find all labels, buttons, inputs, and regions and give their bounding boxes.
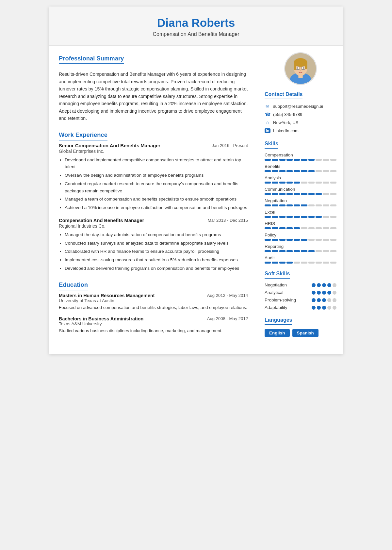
skill-bar-segment	[330, 239, 336, 241]
skill-bar-segment	[279, 159, 286, 161]
contact-text: (555) 345-6789	[273, 112, 302, 117]
skill-bar-segment	[308, 262, 315, 264]
skill-bar-segment	[265, 204, 271, 206]
edu-entry: Bachelors in Business Administration Aug…	[59, 316, 248, 334]
skill-bar	[265, 227, 336, 229]
header: Diana Roberts Compensation And Benefits …	[49, 7, 343, 46]
soft-skill-dot	[317, 306, 321, 310]
skill-bar	[265, 182, 336, 184]
skill-name: Analysis	[265, 175, 336, 180]
skill-bar-segment	[330, 216, 336, 218]
soft-skill-dots	[312, 298, 336, 302]
candidate-title: Compensation And Benefits Manager	[56, 31, 336, 37]
skill-bar-segment	[330, 193, 336, 195]
skill-bar-segment	[265, 182, 271, 184]
skill-bar-segment	[330, 227, 336, 229]
skill-bar-segment	[301, 227, 307, 229]
job-header: Compensation And Benefits Manager Mar 20…	[59, 218, 248, 223]
skill-bar-segment	[323, 159, 329, 161]
skill-bar-segment	[308, 182, 315, 184]
job-bullets: Managed the day-to-day administration of…	[59, 231, 248, 272]
contact-item: in LinkedIn.com	[265, 128, 336, 134]
skill-bar-segment	[323, 193, 329, 195]
job-bullet: Collaborated with HR and finance teams t…	[65, 248, 248, 255]
summary-title: Professional Summary	[59, 55, 124, 64]
skill-bar-segment	[294, 227, 300, 229]
skill-bar-segment	[330, 204, 336, 206]
avatar-container	[265, 52, 336, 85]
svg-point-10	[303, 67, 304, 69]
education-section: Education Masters in Human Resources Man…	[59, 281, 248, 334]
svg-point-9	[297, 67, 299, 69]
skill-item: Analysis	[265, 175, 336, 184]
body: Professional Summary Results-driven Comp…	[49, 46, 343, 354]
soft-skill-item: Adaptability	[265, 305, 336, 310]
skill-name: Reporting	[265, 244, 336, 249]
skill-bar-segment	[308, 250, 315, 252]
skill-bar-segment	[265, 262, 271, 264]
skill-bar-segment	[265, 159, 271, 161]
skill-item: Negotiation	[265, 198, 336, 206]
skill-bar-segment	[316, 239, 322, 241]
skill-bar-segment	[301, 193, 307, 195]
skill-bar-segment	[294, 216, 300, 218]
edu-degree: Masters in Human Resources Management	[59, 293, 155, 298]
skill-bar-segment	[316, 182, 322, 184]
job-bullet: Developed and delivered training program…	[65, 265, 248, 272]
skill-bar-segment	[286, 262, 293, 264]
contact-text: support@resumedesign.ai	[273, 104, 323, 109]
edu-school: Texas A&M University	[59, 321, 248, 326]
skill-bar-segment	[316, 250, 322, 252]
skill-bar-segment	[323, 170, 329, 172]
soft-skill-item: Problem-solving	[265, 298, 336, 302]
skill-bar-segment	[316, 227, 322, 229]
skill-bar	[265, 170, 336, 172]
languages-title: Languages	[265, 317, 292, 325]
skill-bar-segment	[279, 193, 286, 195]
summary-section: Professional Summary Results-driven Comp…	[59, 55, 248, 122]
skill-bar-segment	[286, 193, 293, 195]
skill-bar-segment	[294, 262, 300, 264]
education-title: Education	[59, 281, 88, 290]
job-title: Senior Compensation And Benefits Manager	[59, 143, 160, 148]
skill-item: Benefits	[265, 164, 336, 172]
skill-bar-segment	[323, 216, 329, 218]
soft-skill-dot	[322, 283, 326, 287]
skill-name: Excel	[265, 210, 336, 215]
job-bullet: Oversaw the design and administration of…	[65, 172, 248, 179]
skill-bar-segment	[316, 193, 322, 195]
skill-item: Policy	[265, 233, 336, 241]
skill-bar-segment	[294, 250, 300, 252]
soft-skill-dot	[327, 306, 331, 310]
skill-bar-segment	[301, 216, 307, 218]
skill-bar-segment	[272, 193, 278, 195]
languages-section: Languages EnglishSpanish	[265, 317, 336, 337]
skill-bar-segment	[294, 170, 300, 172]
edu-desc: Focused on advanced compensation and ben…	[59, 304, 248, 311]
resume-container: Diana Roberts Compensation And Benefits …	[49, 7, 343, 354]
contact-item: ⌂ NewYork, US	[265, 120, 336, 125]
skill-item: Audit	[265, 255, 336, 264]
linkedin-icon: in	[265, 128, 270, 133]
skill-bar-segment	[316, 204, 322, 206]
skill-item: Compensation	[265, 153, 336, 161]
skill-name: HRIS	[265, 221, 336, 226]
contact-item: ☎ (555) 345-6789	[265, 111, 336, 117]
skill-bar-segment	[323, 262, 329, 264]
skill-bar-segment	[330, 159, 336, 161]
job-bullet: Achieved a 10% increase in employee sati…	[65, 204, 248, 211]
skill-name: Compensation	[265, 153, 336, 157]
skill-bar-segment	[323, 239, 329, 241]
candidate-name: Diana Roberts	[56, 16, 336, 29]
skill-bar-segment	[316, 216, 322, 218]
home-icon: ⌂	[266, 120, 269, 125]
contact-text: LinkedIn.com	[273, 128, 299, 133]
edu-date: Aug 2012 - May 2014	[207, 293, 248, 298]
skill-bar-segment	[272, 227, 278, 229]
job-bullet: Implemented cost-saving measures that re…	[65, 256, 248, 264]
skill-bar-segment	[323, 227, 329, 229]
skill-bar-segment	[286, 227, 293, 229]
skill-bar-segment	[330, 170, 336, 172]
skill-bar-segment	[308, 159, 315, 161]
job-entry: Senior Compensation And Benefits Manager…	[59, 143, 248, 211]
